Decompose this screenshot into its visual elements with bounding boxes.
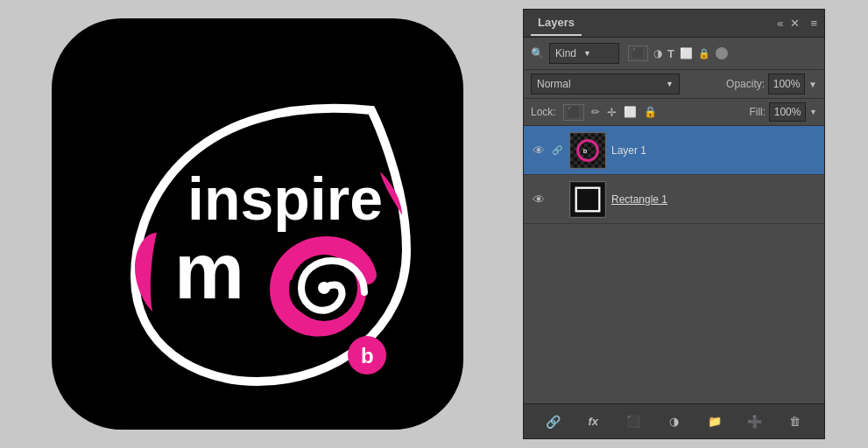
fill-value[interactable]: 100% [769, 102, 806, 122]
opacity-section: Opacity: 100% ▼ [726, 74, 817, 94]
filter-row: 🔍 Kind ▼ ⬛ ◑ T ⬜ 🔒 [524, 38, 824, 70]
kind-dropdown-arrow: ▼ [583, 49, 591, 58]
adjustment-layer-button[interactable]: ◑ [663, 411, 684, 432]
blend-mode-dropdown[interactable]: Normal ▼ [531, 74, 680, 94]
layer-thumb-rectangle1 [569, 181, 606, 218]
svg-text:b: b [361, 344, 374, 368]
blend-mode-row: Normal ▼ Opacity: 100% ▼ [524, 70, 824, 99]
kind-label: Kind [555, 47, 576, 60]
blend-mode-label: Normal [537, 78, 571, 90]
shape-filter-icon[interactable]: ⬜ [680, 47, 693, 60]
pixel-filter-icon[interactable]: ⬛ [628, 46, 648, 61]
main-container: inspire m b Layers [0, 0, 868, 448]
layer-thumb-layer1: b [569, 132, 606, 169]
ps-layers-panel: Layers « ✕ ≡ 🔍 Kind ▼ ⬛ ◑ T ⬜ 🔒 [523, 9, 825, 439]
fill-label: Fill: [749, 106, 766, 118]
layer-item-layer1[interactable]: 👁 🔗 b Layer 1 [524, 126, 824, 175]
smartobj-filter-icon[interactable]: 🔒 [698, 48, 710, 60]
layer-name-layer1: Layer 1 [611, 144, 817, 157]
layers-list: 👁 🔗 b Layer 1 👁 🔗 [524, 126, 824, 403]
layer-visibility-rectangle1[interactable]: 👁 [531, 192, 547, 206]
panel-footer: 🔗 fx ⬛ ◑ 📁 ➕ 🗑 [524, 403, 824, 438]
lock-artboard-icon[interactable]: ⬜ [624, 106, 637, 118]
layer-link-layer1[interactable]: 🔗 [552, 145, 564, 155]
lock-draw-icon[interactable]: ✏ [591, 106, 600, 118]
app-icon-svg: inspire m b [74, 40, 441, 408]
layers-tab[interactable]: Layers [531, 10, 582, 36]
type-filter-icon[interactable]: T [667, 47, 674, 60]
layer-thumb-svg-rect1 [571, 183, 604, 216]
fill-section: Fill: 100% ▼ [749, 102, 817, 122]
opacity-value[interactable]: 100% [768, 74, 805, 94]
svg-point-3 [318, 282, 330, 294]
link-layers-button[interactable]: 🔗 [542, 411, 563, 432]
layer-name-rectangle1: Rectangle 1 [611, 193, 817, 206]
blend-mode-arrow: ▼ [666, 80, 674, 88]
app-icon: inspire m b [52, 18, 463, 430]
filter-icons: ⬛ ◑ T ⬜ 🔒 [628, 46, 728, 61]
app-icon-wrapper: inspire m b [43, 10, 472, 438]
panel-collapse-button[interactable]: « [777, 17, 783, 30]
kind-dropdown[interactable]: Kind ▼ [549, 43, 619, 64]
panel-header-left: Layers [531, 10, 582, 36]
panel-header: Layers « ✕ ≡ [524, 10, 824, 38]
svg-text:m: m [174, 228, 244, 315]
lock-row: Lock: ⬛ ✏ ✛ ⬜ 🔒 Fill: 100% ▼ [524, 99, 824, 126]
lock-label: Lock: [531, 106, 556, 118]
panel-close-button[interactable]: ✕ [790, 17, 800, 30]
layer-effects-button[interactable]: fx [582, 411, 603, 432]
opacity-arrow[interactable]: ▼ [808, 80, 817, 89]
panel-menu-button[interactable]: ≡ [810, 17, 817, 30]
layer-visibility-layer1[interactable]: 👁 [531, 144, 547, 158]
fill-arrow[interactable]: ▼ [809, 108, 817, 116]
lock-all-icon[interactable]: 🔒 [644, 106, 657, 118]
new-layer-button[interactable]: ➕ [745, 411, 766, 432]
circle-filter-icon[interactable] [716, 47, 728, 60]
layer-item-rectangle1[interactable]: 👁 🔗 Rectangle 1 [524, 175, 824, 224]
delete-layer-button[interactable]: 🗑 [785, 411, 806, 432]
layer-mask-button[interactable]: ⬛ [623, 411, 644, 432]
lock-move-icon[interactable]: ✛ [607, 106, 617, 119]
opacity-label: Opacity: [726, 78, 765, 90]
lock-icons: ⬛ ✏ ✛ ⬜ 🔒 [563, 104, 657, 121]
new-group-button[interactable]: 📁 [704, 411, 725, 432]
adjustment-filter-icon[interactable]: ◑ [653, 47, 662, 60]
panel-header-right: « ✕ ≡ [777, 17, 817, 30]
lock-pixels-icon[interactable]: ⬛ [563, 104, 584, 121]
search-icon: 🔍 [531, 47, 544, 60]
svg-text:inspire: inspire [187, 165, 383, 232]
opacity-number: 100% [773, 78, 801, 90]
fill-number: 100% [774, 106, 801, 118]
